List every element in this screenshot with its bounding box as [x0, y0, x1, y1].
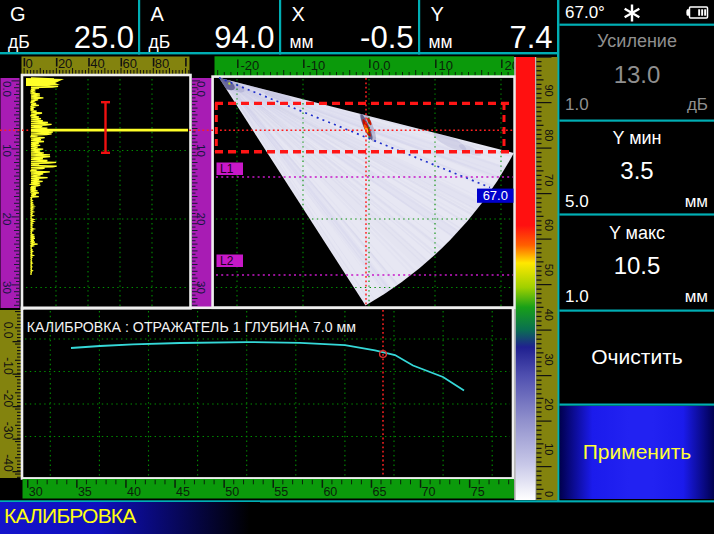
svg-text:80: 80	[155, 56, 169, 71]
svg-text:60: 60	[543, 219, 555, 231]
svg-text:КАЛИБРОВКА : ОТРАЖАТЕЛЬ 1 ГЛУБ: КАЛИБРОВКА : ОТРАЖАТЕЛЬ 1 ГЛУБИНА 7.0 мм	[27, 319, 356, 335]
svg-text:10: 10	[1, 144, 13, 157]
svg-text:0: 0	[26, 56, 33, 71]
svg-text:50: 50	[543, 264, 555, 276]
svg-text:0.0: 0.0	[1, 81, 13, 97]
svg-text:0.0: 0.0	[1, 322, 15, 339]
svg-text:20: 20	[195, 213, 207, 226]
svg-text:35: 35	[78, 485, 92, 499]
svg-text:45: 45	[176, 485, 190, 499]
svg-text:20: 20	[58, 56, 72, 71]
svg-text:-30: -30	[1, 422, 15, 440]
svg-text:65: 65	[373, 485, 387, 499]
svg-text:0: 0	[543, 491, 555, 497]
svg-text:70: 70	[422, 485, 436, 499]
svg-text:20: 20	[1, 213, 13, 226]
svg-text:70: 70	[543, 174, 555, 186]
svg-text:60: 60	[123, 56, 137, 71]
svg-text:30: 30	[195, 281, 207, 294]
svg-text:80: 80	[543, 129, 555, 141]
svg-text:-20: -20	[1, 390, 15, 408]
svg-text:20: 20	[543, 398, 555, 410]
svg-text:-40: -40	[1, 454, 15, 472]
svg-text:40: 40	[543, 309, 555, 321]
svg-text:L1: L1	[220, 162, 234, 176]
svg-text:10: 10	[439, 58, 453, 73]
svg-text:75: 75	[471, 485, 485, 499]
svg-text:-10: -10	[307, 58, 326, 73]
svg-text:90: 90	[543, 84, 555, 96]
svg-text:30: 30	[1, 281, 13, 294]
svg-text:10: 10	[195, 144, 207, 157]
svg-text:30: 30	[543, 353, 555, 365]
svg-text:40: 40	[90, 56, 104, 71]
svg-text:L2: L2	[220, 254, 234, 268]
svg-text:55: 55	[274, 485, 288, 499]
svg-text:50: 50	[225, 485, 239, 499]
svg-text:-10: -10	[1, 357, 15, 375]
svg-text:60: 60	[323, 485, 337, 499]
svg-text:40: 40	[127, 485, 141, 499]
svg-text:0.0: 0.0	[373, 58, 391, 73]
svg-text:0.0: 0.0	[195, 81, 207, 97]
svg-text:67.0: 67.0	[483, 188, 508, 203]
svg-text:-20: -20	[241, 58, 260, 73]
svg-text:30: 30	[29, 485, 43, 499]
svg-text:10: 10	[543, 443, 555, 455]
